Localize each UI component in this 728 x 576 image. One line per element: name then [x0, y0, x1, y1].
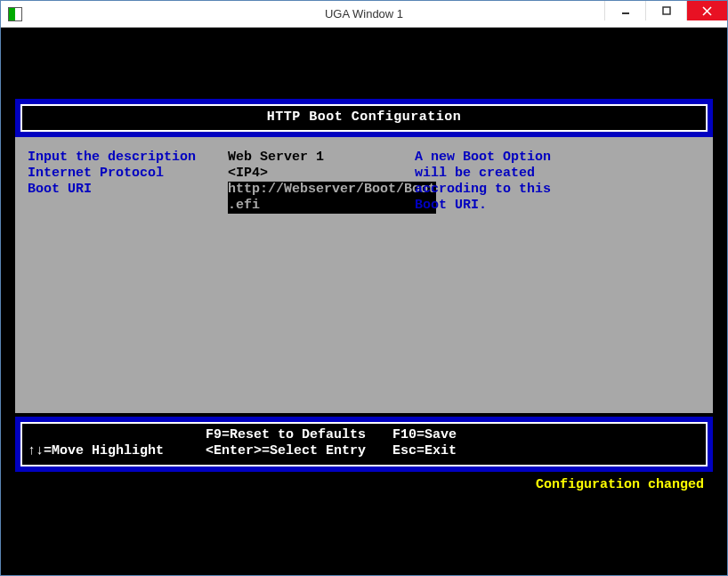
header-panel: HTTP Boot Configuration: [15, 99, 713, 137]
app-icon: [8, 7, 22, 21]
help-text: A new Boot Option will be created accrod…: [415, 150, 704, 401]
field-values: Web Server 1 <IP4> http://Webserver/Boot…: [228, 150, 415, 401]
hint-move-highlight: ↑↓=Move Highlight: [28, 443, 164, 458]
field-labels: Input the description Internet Protocol …: [28, 150, 228, 401]
description-input[interactable]: Web Server 1: [228, 150, 324, 165]
client-area: HTTP Boot Configuration Input the descri…: [1, 28, 727, 575]
window-controls: [604, 1, 727, 27]
status-message: Configuration changed: [15, 472, 713, 492]
hint-esc-exit: Esc=Exit: [392, 443, 457, 458]
protocol-label: Internet Protocol: [28, 166, 164, 181]
protocol-select[interactable]: <IP4>: [228, 166, 268, 181]
close-icon: [702, 6, 712, 16]
hint-f10-save: F10=Save: [392, 427, 457, 442]
close-button[interactable]: [686, 1, 727, 20]
config-body: Input the description Internet Protocol …: [15, 137, 713, 413]
maximize-button[interactable]: [645, 1, 686, 20]
maximize-icon: [662, 6, 671, 15]
key-hints: ↑↓=Move Highlight F9=Reset to Defaults <…: [20, 422, 708, 466]
minimize-button[interactable]: [604, 1, 645, 20]
app-window: UGA Window 1 HTTP Boot Configuration Inp…: [0, 0, 728, 576]
page-title: HTTP Boot Configuration: [20, 104, 708, 132]
hint-f9-reset: F9=Reset to Defaults: [206, 427, 366, 442]
description-label: Input the description: [28, 150, 196, 165]
booturi-label: Boot URI: [28, 182, 92, 197]
svg-rect-1: [663, 7, 670, 14]
titlebar[interactable]: UGA Window 1: [1, 1, 727, 28]
minimize-icon: [621, 6, 630, 15]
svg-rect-0: [622, 12, 629, 14]
hint-enter-select: <Enter>=Select Entry: [206, 443, 366, 458]
bios-screen: HTTP Boot Configuration Input the descri…: [15, 99, 713, 492]
footer-panel: ↑↓=Move Highlight F9=Reset to Defaults <…: [15, 417, 713, 472]
booturi-input[interactable]: http://Webserver/Boot/Boot .efi: [228, 182, 436, 214]
